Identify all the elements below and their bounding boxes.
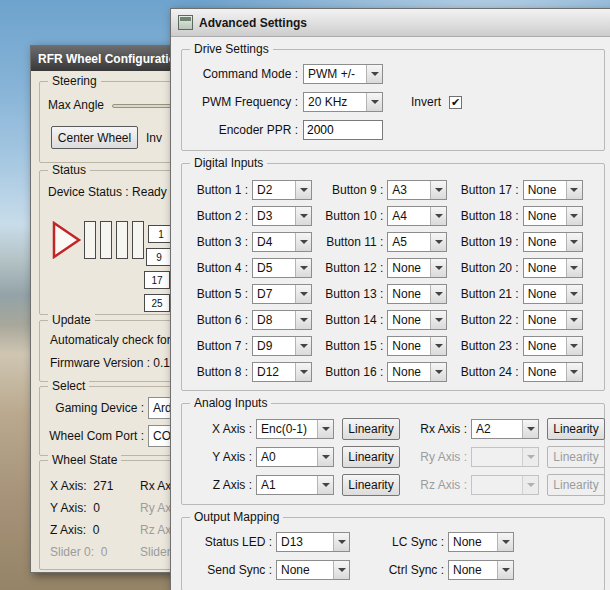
digital-input-row: Button 22 :None: [461, 310, 596, 330]
chevron-down-icon: [430, 181, 446, 199]
button-4-dropdown[interactable]: D5: [252, 258, 312, 278]
digital-input-row: Button 19 :None: [461, 232, 596, 252]
x-axis-dropdown[interactable]: Enc(0-1): [256, 419, 334, 439]
drive-settings-group: Drive Settings Command Mode : PWM +/- PW…: [181, 49, 605, 151]
chevron-down-icon: [366, 65, 382, 83]
button-label: Button 12 :: [325, 261, 383, 275]
button-23-dropdown[interactable]: None: [523, 336, 583, 356]
z-axis-linearity-button[interactable]: Linearity: [342, 474, 400, 496]
z-axis-value: Z Axis: 0: [50, 523, 99, 537]
chevron-down-icon: [566, 363, 582, 381]
encoder-ppr-input[interactable]: [303, 120, 383, 140]
output-mapping-group: Output Mapping Status LED : D13 LC Sync …: [181, 517, 605, 590]
chevron-down-icon: [522, 420, 538, 438]
y-axis-linearity-button[interactable]: Linearity: [342, 446, 400, 468]
x-axis-value: X Axis: 271: [50, 479, 113, 493]
button-label: Button 22 :: [461, 313, 519, 327]
button-22-dropdown[interactable]: None: [523, 310, 583, 330]
update-legend: Update: [48, 313, 95, 327]
button-15-dropdown[interactable]: None: [387, 336, 447, 356]
select-legend: Select: [48, 379, 89, 393]
button-21-dropdown[interactable]: None: [523, 284, 583, 304]
ctrl-sync-label: Ctrl Sync :: [368, 563, 444, 577]
button-17-dropdown[interactable]: None: [523, 180, 583, 200]
dropdown-value: None: [277, 563, 333, 577]
x-axis-linearity-button[interactable]: Linearity: [342, 418, 400, 440]
button-10-dropdown[interactable]: A4: [387, 206, 447, 226]
button-14-dropdown[interactable]: None: [387, 310, 447, 330]
front-window-titlebar[interactable]: Advanced Settings: [171, 9, 610, 37]
button-label: Button 11 :: [325, 235, 383, 249]
button-12-dropdown[interactable]: None: [387, 258, 447, 278]
digital-input-row: Button 13 :None: [325, 284, 460, 304]
button-label: Button 13 :: [325, 287, 383, 301]
analog-input-row: Rx Axis : A2 Linearity: [405, 418, 605, 440]
button-9-dropdown[interactable]: A3: [387, 180, 447, 200]
button-13-dropdown[interactable]: None: [387, 284, 447, 304]
y-axis-dropdown[interactable]: A0: [256, 447, 334, 467]
y-axis-label: Y Axis :: [190, 450, 252, 464]
invert-checkbox[interactable]: ✔: [449, 96, 462, 109]
digital-input-row: Button 10 :A4: [325, 206, 460, 226]
button-16-dropdown[interactable]: None: [387, 362, 447, 382]
app-icon: [178, 15, 193, 30]
dropdown-value: 20 KHz: [304, 95, 366, 109]
button-8-dropdown[interactable]: D12: [252, 362, 312, 382]
analog-inputs-group: Analog Inputs X Axis : Enc(0-1) Linearit…: [181, 403, 605, 505]
button-18-dropdown[interactable]: None: [523, 206, 583, 226]
dropdown-value: None: [388, 313, 430, 327]
wheel-state-legend: Wheel State: [48, 453, 121, 467]
ctrl-sync-dropdown[interactable]: None: [448, 560, 514, 580]
axis-bar-indicator: [132, 221, 144, 259]
z-axis-dropdown[interactable]: A1: [256, 475, 334, 495]
chevron-down-icon: [295, 233, 311, 251]
button-6-dropdown[interactable]: D8: [252, 310, 312, 330]
command-mode-dropdown[interactable]: PWM +/-: [303, 64, 383, 84]
rx-axis-linearity-button[interactable]: Linearity: [547, 418, 605, 440]
chevron-down-icon: [333, 533, 349, 551]
button-3-dropdown[interactable]: D4: [252, 232, 312, 252]
button-label: Button 2 :: [190, 209, 248, 223]
digital-input-row: Button 21 :None: [461, 284, 596, 304]
pwm-frequency-dropdown[interactable]: 20 KHz: [303, 92, 383, 112]
chevron-down-icon: [295, 207, 311, 225]
button-11-dropdown[interactable]: A5: [387, 232, 447, 252]
button-7-dropdown[interactable]: D9: [252, 336, 312, 356]
button-label: Button 24 :: [461, 365, 519, 379]
chevron-down-icon: [430, 337, 446, 355]
dropdown-value: A0: [257, 450, 317, 464]
dropdown-value: None: [524, 339, 566, 353]
digital-input-row: Button 5 :D7: [190, 284, 325, 304]
rx-axis-dropdown[interactable]: A2: [471, 419, 539, 439]
rz-axis-label: Rz Axis :: [405, 478, 467, 492]
dropdown-value: None: [524, 235, 566, 249]
invert-label: Invert: [411, 95, 441, 109]
analog-input-row: Ry Axis : Linearity: [405, 446, 605, 468]
analog-inputs-grid: X Axis : Enc(0-1) Linearity Rx Axis : A2…: [190, 418, 596, 496]
status-led-label: Status LED :: [190, 535, 272, 549]
status-led-dropdown[interactable]: D13: [276, 532, 350, 552]
rz-axis-linearity-button: Linearity: [547, 474, 605, 496]
button-24-dropdown[interactable]: None: [523, 362, 583, 382]
chevron-down-icon: [430, 285, 446, 303]
back-window-title: RFR Wheel Configuration: [38, 52, 183, 66]
chevron-down-icon: [430, 207, 446, 225]
button-20-dropdown[interactable]: None: [523, 258, 583, 278]
button-label: Button 8 :: [190, 365, 248, 379]
button-1-dropdown[interactable]: D2: [252, 180, 312, 200]
button-label: Button 4 :: [190, 261, 248, 275]
button-19-dropdown[interactable]: None: [523, 232, 583, 252]
center-wheel-button[interactable]: Center Wheel: [51, 126, 138, 149]
slider0-value: Slider 0: 0: [50, 545, 107, 559]
dropdown-value: D2: [253, 183, 295, 197]
axis-bar-indicator: [100, 221, 112, 259]
button-2-dropdown[interactable]: D3: [252, 206, 312, 226]
dropdown-value: D3: [253, 209, 295, 223]
button-label: Button 23 :: [461, 339, 519, 353]
digital-input-row: Button 8 :D12: [190, 362, 325, 382]
send-sync-dropdown[interactable]: None: [276, 560, 350, 580]
digital-input-row: Button 12 :None: [325, 258, 460, 278]
button-5-dropdown[interactable]: D7: [252, 284, 312, 304]
lc-sync-dropdown[interactable]: None: [448, 532, 514, 552]
button-grid-cell: 9: [146, 248, 172, 266]
